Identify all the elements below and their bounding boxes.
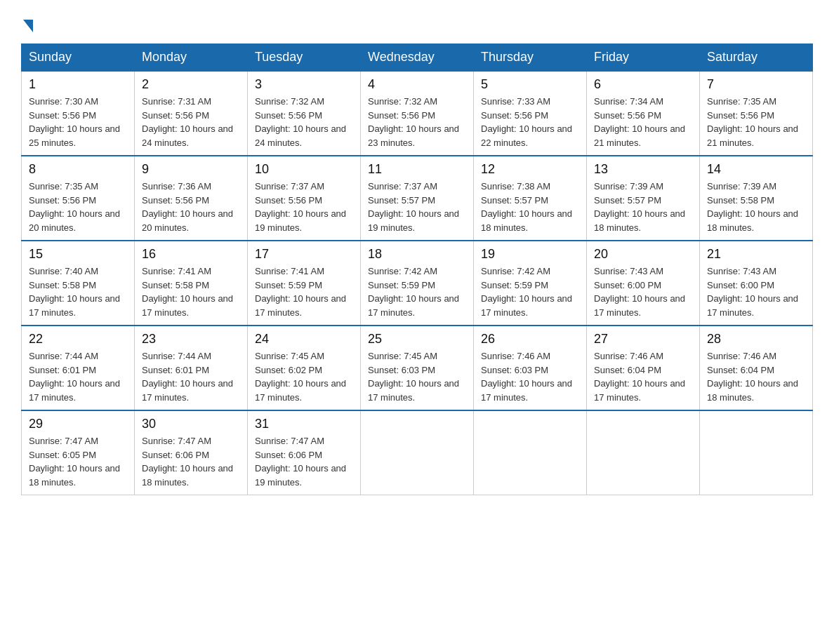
col-header-tuesday: Tuesday	[248, 44, 361, 72]
calendar-cell: 3 Sunrise: 7:32 AMSunset: 5:56 PMDayligh…	[248, 71, 361, 156]
day-info: Sunrise: 7:32 AMSunset: 5:56 PMDaylight:…	[368, 96, 459, 148]
calendar-header-row: SundayMondayTuesdayWednesdayThursdayFrid…	[22, 44, 813, 72]
calendar-cell	[474, 410, 587, 495]
day-number: 2	[142, 77, 240, 92]
day-number: 24	[255, 332, 353, 347]
logo-triangle-icon	[23, 20, 33, 32]
day-info: Sunrise: 7:33 AMSunset: 5:56 PMDaylight:…	[481, 96, 572, 148]
day-info: Sunrise: 7:38 AMSunset: 5:57 PMDaylight:…	[481, 181, 572, 233]
day-number: 14	[707, 162, 805, 177]
logo	[21, 20, 33, 31]
day-number: 3	[255, 77, 353, 92]
calendar-cell: 19 Sunrise: 7:42 AMSunset: 5:59 PMDaylig…	[474, 241, 587, 326]
calendar-cell: 7 Sunrise: 7:35 AMSunset: 5:56 PMDayligh…	[700, 71, 813, 156]
calendar-cell: 13 Sunrise: 7:39 AMSunset: 5:57 PMDaylig…	[587, 156, 700, 241]
day-info: Sunrise: 7:34 AMSunset: 5:56 PMDaylight:…	[594, 96, 685, 148]
day-number: 6	[594, 77, 692, 92]
calendar-cell: 4 Sunrise: 7:32 AMSunset: 5:56 PMDayligh…	[361, 71, 474, 156]
day-info: Sunrise: 7:31 AMSunset: 5:56 PMDaylight:…	[142, 96, 233, 148]
day-info: Sunrise: 7:32 AMSunset: 5:56 PMDaylight:…	[255, 96, 346, 148]
calendar-cell: 18 Sunrise: 7:42 AMSunset: 5:59 PMDaylig…	[361, 241, 474, 326]
day-info: Sunrise: 7:42 AMSunset: 5:59 PMDaylight:…	[481, 266, 572, 318]
day-number: 12	[481, 162, 579, 177]
calendar-cell: 31 Sunrise: 7:47 AMSunset: 6:06 PMDaylig…	[248, 410, 361, 495]
calendar-cell: 24 Sunrise: 7:45 AMSunset: 6:02 PMDaylig…	[248, 326, 361, 410]
day-info: Sunrise: 7:42 AMSunset: 5:59 PMDaylight:…	[368, 266, 459, 318]
calendar-cell: 15 Sunrise: 7:40 AMSunset: 5:58 PMDaylig…	[22, 241, 135, 326]
day-number: 21	[707, 247, 805, 262]
day-info: Sunrise: 7:46 AMSunset: 6:04 PMDaylight:…	[707, 351, 798, 403]
calendar-cell: 2 Sunrise: 7:31 AMSunset: 5:56 PMDayligh…	[135, 71, 248, 156]
day-info: Sunrise: 7:39 AMSunset: 5:58 PMDaylight:…	[707, 181, 798, 233]
day-info: Sunrise: 7:47 AMSunset: 6:05 PMDaylight:…	[29, 436, 120, 488]
day-info: Sunrise: 7:45 AMSunset: 6:02 PMDaylight:…	[255, 351, 346, 403]
day-info: Sunrise: 7:35 AMSunset: 5:56 PMDaylight:…	[29, 181, 120, 233]
day-number: 19	[481, 247, 579, 262]
day-number: 13	[594, 162, 692, 177]
calendar-cell: 12 Sunrise: 7:38 AMSunset: 5:57 PMDaylig…	[474, 156, 587, 241]
col-header-thursday: Thursday	[474, 44, 587, 72]
day-number: 11	[368, 162, 466, 177]
day-number: 26	[481, 332, 579, 347]
day-info: Sunrise: 7:47 AMSunset: 6:06 PMDaylight:…	[142, 436, 233, 488]
col-header-friday: Friday	[587, 44, 700, 72]
calendar-cell: 9 Sunrise: 7:36 AMSunset: 5:56 PMDayligh…	[135, 156, 248, 241]
page-header	[21, 14, 813, 31]
calendar-week-row: 22 Sunrise: 7:44 AMSunset: 6:01 PMDaylig…	[22, 326, 813, 410]
day-number: 29	[29, 417, 127, 431]
col-header-monday: Monday	[135, 44, 248, 72]
calendar-cell: 23 Sunrise: 7:44 AMSunset: 6:01 PMDaylig…	[135, 326, 248, 410]
day-info: Sunrise: 7:36 AMSunset: 5:56 PMDaylight:…	[142, 181, 233, 233]
day-number: 27	[594, 332, 692, 347]
day-info: Sunrise: 7:39 AMSunset: 5:57 PMDaylight:…	[594, 181, 685, 233]
calendar-cell: 11 Sunrise: 7:37 AMSunset: 5:57 PMDaylig…	[361, 156, 474, 241]
calendar-week-row: 29 Sunrise: 7:47 AMSunset: 6:05 PMDaylig…	[22, 410, 813, 495]
calendar-cell: 5 Sunrise: 7:33 AMSunset: 5:56 PMDayligh…	[474, 71, 587, 156]
day-number: 9	[142, 162, 240, 177]
day-number: 28	[707, 332, 805, 347]
day-number: 30	[142, 417, 240, 431]
day-info: Sunrise: 7:43 AMSunset: 6:00 PMDaylight:…	[594, 266, 685, 318]
day-info: Sunrise: 7:35 AMSunset: 5:56 PMDaylight:…	[707, 96, 798, 148]
day-number: 31	[255, 417, 353, 431]
day-number: 20	[594, 247, 692, 262]
calendar-cell	[587, 410, 700, 495]
day-info: Sunrise: 7:41 AMSunset: 5:59 PMDaylight:…	[255, 266, 346, 318]
calendar-cell: 10 Sunrise: 7:37 AMSunset: 5:56 PMDaylig…	[248, 156, 361, 241]
day-number: 1	[29, 77, 127, 92]
col-header-wednesday: Wednesday	[361, 44, 474, 72]
day-number: 15	[29, 247, 127, 262]
day-number: 5	[481, 77, 579, 92]
day-number: 7	[707, 77, 805, 92]
col-header-saturday: Saturday	[700, 44, 813, 72]
day-info: Sunrise: 7:40 AMSunset: 5:58 PMDaylight:…	[29, 266, 120, 318]
day-number: 17	[255, 247, 353, 262]
calendar-cell: 26 Sunrise: 7:46 AMSunset: 6:03 PMDaylig…	[474, 326, 587, 410]
day-info: Sunrise: 7:46 AMSunset: 6:03 PMDaylight:…	[481, 351, 572, 403]
day-info: Sunrise: 7:37 AMSunset: 5:56 PMDaylight:…	[255, 181, 346, 233]
calendar-cell: 17 Sunrise: 7:41 AMSunset: 5:59 PMDaylig…	[248, 241, 361, 326]
calendar-cell: 29 Sunrise: 7:47 AMSunset: 6:05 PMDaylig…	[22, 410, 135, 495]
calendar-cell	[700, 410, 813, 495]
calendar-cell: 21 Sunrise: 7:43 AMSunset: 6:00 PMDaylig…	[700, 241, 813, 326]
calendar-cell: 8 Sunrise: 7:35 AMSunset: 5:56 PMDayligh…	[22, 156, 135, 241]
calendar-week-row: 15 Sunrise: 7:40 AMSunset: 5:58 PMDaylig…	[22, 241, 813, 326]
day-info: Sunrise: 7:43 AMSunset: 6:00 PMDaylight:…	[707, 266, 798, 318]
day-info: Sunrise: 7:45 AMSunset: 6:03 PMDaylight:…	[368, 351, 459, 403]
day-number: 10	[255, 162, 353, 177]
col-header-sunday: Sunday	[22, 44, 135, 72]
calendar-cell: 14 Sunrise: 7:39 AMSunset: 5:58 PMDaylig…	[700, 156, 813, 241]
calendar-cell: 30 Sunrise: 7:47 AMSunset: 6:06 PMDaylig…	[135, 410, 248, 495]
day-number: 25	[368, 332, 466, 347]
day-number: 16	[142, 247, 240, 262]
day-info: Sunrise: 7:41 AMSunset: 5:58 PMDaylight:…	[142, 266, 233, 318]
calendar-cell: 1 Sunrise: 7:30 AMSunset: 5:56 PMDayligh…	[22, 71, 135, 156]
calendar-cell: 6 Sunrise: 7:34 AMSunset: 5:56 PMDayligh…	[587, 71, 700, 156]
day-number: 22	[29, 332, 127, 347]
day-number: 23	[142, 332, 240, 347]
day-info: Sunrise: 7:44 AMSunset: 6:01 PMDaylight:…	[29, 351, 120, 403]
calendar-cell: 16 Sunrise: 7:41 AMSunset: 5:58 PMDaylig…	[135, 241, 248, 326]
day-info: Sunrise: 7:44 AMSunset: 6:01 PMDaylight:…	[142, 351, 233, 403]
calendar-table: SundayMondayTuesdayWednesdayThursdayFrid…	[21, 43, 813, 495]
calendar-cell: 20 Sunrise: 7:43 AMSunset: 6:00 PMDaylig…	[587, 241, 700, 326]
